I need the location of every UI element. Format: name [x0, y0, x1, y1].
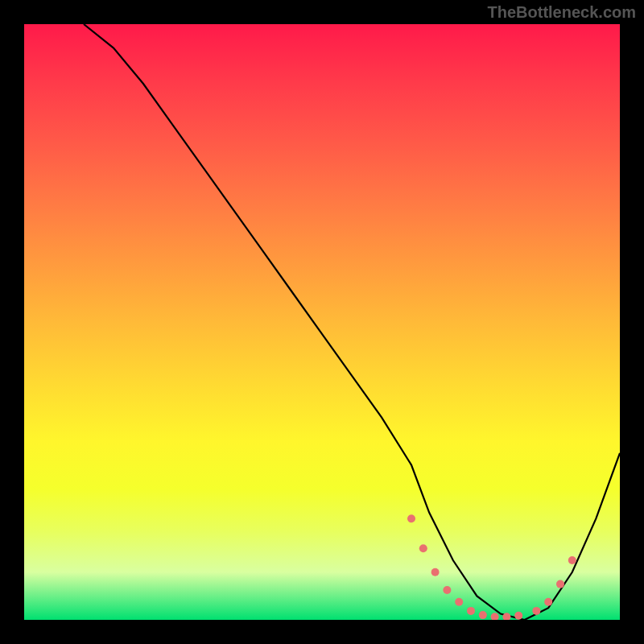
watermark-text: TheBottleneck.com	[488, 3, 636, 22]
marker-dot	[467, 607, 475, 615]
marker-group	[407, 514, 576, 620]
marker-dot	[479, 611, 487, 619]
marker-dot	[532, 607, 540, 615]
marker-dot	[407, 514, 415, 522]
marker-dot	[568, 556, 576, 564]
marker-dot	[491, 613, 499, 620]
marker-dot	[443, 586, 451, 594]
chart-svg	[24, 24, 620, 620]
marker-dot	[544, 598, 552, 606]
marker-dot	[431, 568, 440, 576]
main-curve-path	[84, 24, 620, 620]
marker-dot	[556, 580, 564, 588]
marker-dot	[514, 612, 522, 620]
marker-dot	[455, 598, 463, 606]
plot-area	[24, 24, 620, 620]
marker-dot	[419, 544, 427, 552]
